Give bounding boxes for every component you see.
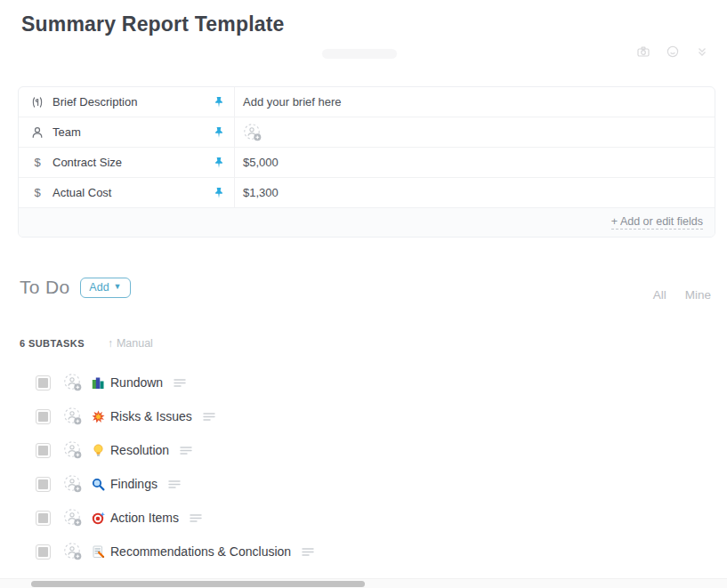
add-assignee-icon[interactable] [63, 508, 83, 528]
field-value-team[interactable] [235, 117, 715, 147]
field-label-cell[interactable]: Team [19, 117, 235, 147]
dollar-icon: $ [30, 186, 44, 200]
dart-emoji [92, 511, 106, 525]
task-name[interactable]: Rundown [110, 375, 163, 390]
dollar-icon: $ [30, 156, 44, 170]
checkbox-fill [38, 378, 48, 388]
faded-toolbar-pill [322, 49, 397, 59]
field-label: Brief Description [53, 95, 205, 109]
pin-icon[interactable] [213, 157, 225, 169]
pin-icon[interactable] [213, 187, 225, 199]
description-icon[interactable] [302, 547, 315, 557]
collision-emoji [92, 409, 106, 423]
todo-section-title: To Do [20, 277, 69, 298]
pin-icon[interactable] [213, 126, 225, 139]
checkbox-fill [38, 446, 48, 455]
task-name[interactable]: Findings [110, 477, 158, 491]
subtask-checkbox[interactable] [36, 477, 51, 492]
checkbox-fill [38, 479, 48, 489]
subtask-checkbox[interactable] [36, 375, 51, 391]
collapse-icon[interactable] [695, 44, 709, 59]
fields-footer: + Add or edit fields [19, 208, 715, 237]
horizontal-scrollbar-track [0, 578, 727, 588]
page-title[interactable]: Summary Report Template [21, 12, 285, 36]
pin-icon[interactable] [213, 96, 225, 109]
filter-mine[interactable]: Mine [685, 288, 711, 302]
description-icon[interactable] [174, 378, 187, 388]
task-row: Rundown [36, 366, 709, 399]
horizontal-scrollbar-thumb[interactable] [31, 581, 365, 587]
subtask-checkbox[interactable] [36, 443, 51, 458]
field-row-contract-size: $ Contract Size $5,000 [19, 148, 715, 178]
todo-filters: All Mine [653, 288, 711, 302]
sort-arrow-icon: ↑ [108, 337, 113, 350]
subtask-checkbox[interactable] [36, 511, 51, 526]
subtask-list: Rundown Risks & Issues [36, 366, 709, 568]
memo-emoji [92, 544, 106, 559]
task-name[interactable]: Resolution [110, 443, 169, 457]
subtask-bar: 6 SUBTASKS ↑ Manual [20, 337, 153, 350]
subtask-checkbox[interactable] [36, 544, 51, 560]
field-row-team: Team [19, 117, 715, 148]
description-icon[interactable] [203, 412, 216, 422]
light-bulb-emoji [92, 443, 106, 457]
add-subtask-button[interactable]: Add ▼ [80, 278, 130, 298]
task-row: Resolution [36, 433, 709, 467]
sort-control[interactable]: ↑ Manual [108, 337, 153, 350]
field-row-actual-cost: $ Actual Cost $1,300 [19, 178, 715, 208]
task-row: Recommendations & Conclusion [36, 535, 709, 568]
description-icon[interactable] [168, 479, 182, 489]
add-or-edit-fields-link[interactable]: + Add or edit fields [611, 215, 703, 230]
custom-fields-table: Brief Description Add your brief here Te… [18, 86, 715, 238]
task-row: Risks & Issues [36, 399, 709, 433]
filter-all[interactable]: All [653, 288, 666, 302]
template-page: Summary Report Template [0, 0, 727, 588]
add-assignee-icon[interactable] [63, 474, 83, 494]
field-value-actual-cost[interactable]: $1,300 [235, 178, 715, 207]
field-value-contract-size[interactable]: $5,000 [235, 148, 715, 177]
task-row: Findings [36, 467, 709, 501]
add-button-label: Add [89, 281, 109, 294]
description-icon[interactable] [190, 513, 203, 523]
field-label-cell[interactable]: Brief Description [19, 87, 235, 117]
subtask-checkbox[interactable] [36, 409, 51, 424]
todo-header: To Do Add ▼ [20, 277, 131, 298]
task-name[interactable]: Recommendations & Conclusion [110, 544, 291, 559]
checkbox-fill [38, 513, 48, 523]
add-assignee-icon[interactable] [63, 373, 83, 392]
task-row: Action Items [36, 501, 709, 535]
field-label: Actual Cost [53, 186, 205, 199]
text-field-icon [30, 95, 44, 109]
magnifying-glass-emoji [92, 477, 106, 491]
subtask-count: 6 SUBTASKS [20, 338, 85, 349]
field-label-cell[interactable]: $ Contract Size [19, 148, 235, 177]
field-label: Contract Size [53, 156, 205, 169]
field-row-brief-description: Brief Description Add your brief here [19, 87, 715, 117]
task-name[interactable]: Risks & Issues [110, 409, 192, 423]
smiley-icon[interactable] [666, 44, 680, 59]
add-assignee-icon[interactable] [63, 407, 83, 426]
chevron-down-icon: ▼ [114, 283, 122, 291]
bar-chart-emoji [92, 375, 106, 390]
field-label: Team [53, 125, 205, 139]
header-toolbar [636, 44, 709, 59]
description-icon[interactable] [180, 446, 193, 455]
person-icon [30, 125, 44, 140]
checkbox-fill [38, 412, 48, 422]
add-assignee-icon[interactable] [63, 440, 83, 460]
task-name[interactable]: Action Items [110, 511, 179, 525]
add-assignee-icon[interactable] [63, 542, 83, 561]
field-label-cell[interactable]: $ Actual Cost [19, 178, 235, 207]
checkbox-fill [38, 547, 48, 557]
camera-icon[interactable] [636, 44, 650, 59]
sort-label: Manual [117, 337, 153, 350]
add-assignee-icon[interactable] [243, 123, 263, 142]
field-value-brief[interactable]: Add your brief here [235, 87, 715, 117]
